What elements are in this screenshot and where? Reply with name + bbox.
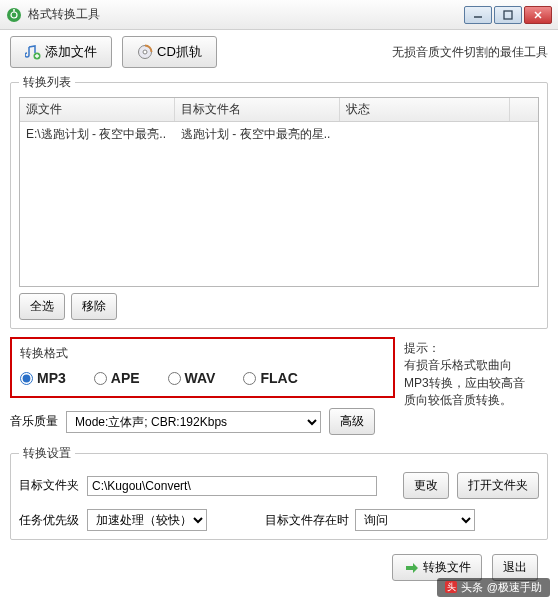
table-row[interactable]: E:\逃跑计划 - 夜空中最亮.. 逃跑计划 - 夜空中最亮的星.. [20,122,538,147]
format-radio-flac[interactable]: FLAC [243,370,297,386]
format-legend: 转换格式 [20,345,385,362]
advanced-button[interactable]: 高级 [329,408,375,435]
quality-select[interactable]: Mode:立体声; CBR:192Kbps [66,411,321,433]
quality-label: 音乐质量 [10,413,58,430]
convert-icon [403,560,419,576]
maximize-button[interactable] [494,6,522,24]
cd-grab-button[interactable]: CD抓轨 [122,36,217,68]
watermark-source: 头条 [461,580,483,595]
exist-label: 目标文件存在时 [265,512,349,529]
tagline-text: 无损音质文件切割的最佳工具 [392,44,548,61]
exit-button[interactable]: 退出 [492,554,538,581]
minimize-button[interactable] [464,6,492,24]
app-icon [6,7,22,23]
add-file-label: 添加文件 [45,43,97,61]
open-folder-button[interactable]: 打开文件夹 [457,472,539,499]
window-title: 格式转换工具 [28,6,462,23]
svg-line-4 [535,12,541,18]
radio-ape-input[interactable] [94,372,107,385]
settings-legend: 转换设置 [19,445,75,462]
remove-button[interactable]: 移除 [71,293,117,320]
hint-box: 提示： 有损音乐格式歌曲向MP3转换，应由较高音质向较低音质转换。 [404,340,534,410]
table-header: 源文件 目标文件名 状态 [20,98,538,122]
watermark-icon: 头 [445,581,457,595]
dest-input[interactable] [87,476,377,496]
watermark: 头 头条 @极速手助 [437,578,550,597]
dest-label: 目标文件夹 [19,477,79,494]
radio-flac-input[interactable] [243,372,256,385]
cd-icon [137,44,153,60]
titlebar: 格式转换工具 [0,0,558,30]
convert-button[interactable]: 转换文件 [392,554,482,581]
close-button[interactable] [524,6,552,24]
conversion-list-legend: 转换列表 [19,74,75,91]
col-source-header[interactable]: 源文件 [20,98,175,121]
hint-title: 提示： [404,340,534,357]
svg-point-7 [143,50,147,54]
cell-status [340,124,510,145]
change-dest-button[interactable]: 更改 [403,472,449,499]
select-all-button[interactable]: 全选 [19,293,65,320]
radio-mp3-input[interactable] [20,372,33,385]
svg-rect-2 [504,11,512,19]
priority-select[interactable]: 加速处理（较快） [87,509,207,531]
svg-text:头: 头 [446,582,455,592]
music-add-icon [25,44,41,60]
col-status-header[interactable]: 状态 [340,98,510,121]
col-target-header[interactable]: 目标文件名 [175,98,340,121]
exist-select[interactable]: 询问 [355,509,475,531]
settings-group: 转换设置 目标文件夹 更改 打开文件夹 任务优先级 加速处理（较快） 目标文件存… [10,445,548,540]
conversion-list-group: 转换列表 源文件 目标文件名 状态 E:\逃跑计划 - 夜空中最亮.. 逃跑计划… [10,74,548,329]
cd-grab-label: CD抓轨 [157,43,202,61]
cell-source: E:\逃跑计划 - 夜空中最亮.. [20,124,175,145]
format-radio-ape[interactable]: APE [94,370,140,386]
add-file-button[interactable]: 添加文件 [10,36,112,68]
file-table[interactable]: 源文件 目标文件名 状态 E:\逃跑计划 - 夜空中最亮.. 逃跑计划 - 夜空… [19,97,539,287]
format-radio-mp3[interactable]: MP3 [20,370,66,386]
format-radio-wav[interactable]: WAV [168,370,216,386]
watermark-author: @极速手助 [487,580,542,595]
radio-wav-input[interactable] [168,372,181,385]
top-toolbar: 添加文件 CD抓轨 无损音质文件切割的最佳工具 [10,36,548,68]
format-group: 转换格式 MP3 APE WAV FLAC [10,337,395,398]
svg-line-3 [535,12,541,18]
hint-text: 有损音乐格式歌曲向MP3转换，应由较高音质向较低音质转换。 [404,357,534,409]
cell-target: 逃跑计划 - 夜空中最亮的星.. [175,124,340,145]
priority-label: 任务优先级 [19,512,79,529]
